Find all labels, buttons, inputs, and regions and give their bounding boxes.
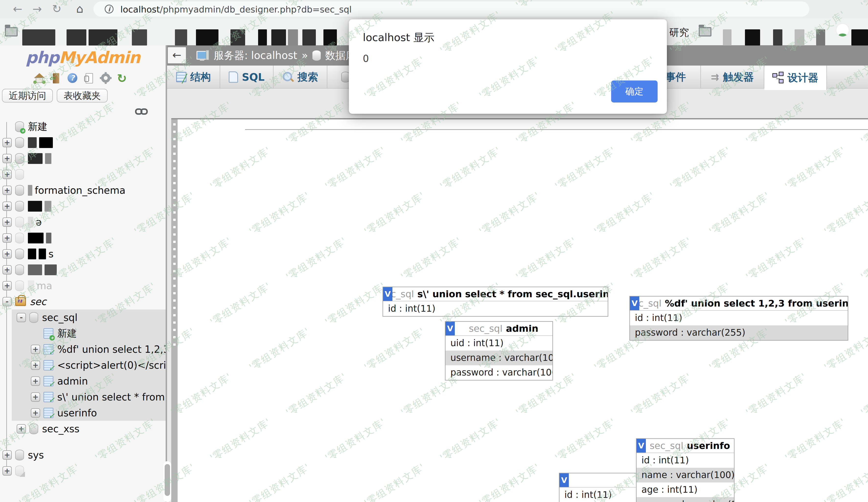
logout-door-icon[interactable]: ⇦	[50, 73, 62, 84]
table-column[interactable]: username : varchar(100)	[445, 350, 552, 365]
redacted-bookmark[interactable]	[745, 29, 760, 45]
back-icon[interactable]: ←	[10, 1, 25, 16]
redacted-bookmark[interactable]	[288, 29, 298, 45]
bookmarks-folder-icon[interactable]	[699, 27, 711, 37]
table-column[interactable]: age : int(11)	[637, 482, 734, 497]
redacted-bookmark[interactable]	[258, 29, 267, 45]
tab-sql[interactable]: SQL	[220, 65, 273, 89]
collapse-icon[interactable]: -	[17, 313, 26, 322]
forward-icon[interactable]: →	[30, 1, 44, 16]
redacted-bookmark[interactable]	[773, 29, 782, 45]
table-header[interactable]: Vsec_sql%df' union select 1,2,3 from use…	[630, 297, 848, 311]
collapse-arrow-icon[interactable]: V	[559, 473, 569, 487]
collapse-icon[interactable]: -	[2, 297, 12, 306]
table-column[interactable]: password : varchar(255)	[630, 325, 848, 340]
expand-icon[interactable]: +	[2, 186, 12, 195]
home-icon[interactable]: ⌂	[72, 1, 87, 16]
expand-icon[interactable]: +	[31, 408, 40, 418]
redacted-bookmark[interactable]	[230, 29, 245, 45]
designer-table-admin[interactable]: Vsec_sqladminuid : int(11)username : var…	[445, 321, 553, 380]
favorite-tables-button[interactable]: 表收藏夹	[57, 89, 108, 103]
table-column[interactable]: id : int(11)	[383, 301, 608, 316]
settings-gear-icon[interactable]	[100, 73, 112, 84]
expand-icon[interactable]: +	[2, 170, 12, 179]
tree-item--df-union-select-1-2-3-fr[interactable]: +%df' union select 1,2,3 fr	[0, 341, 166, 357]
table-header[interactable]: Vsec_sqls\' union select * from sec_sql.…	[383, 287, 608, 301]
dialog-ok-button[interactable]: 确定	[611, 81, 658, 103]
redacted-bookmark[interactable]	[816, 29, 825, 45]
tree-item-s-union-select-from-s[interactable]: +s\' union select * from s	[0, 389, 166, 405]
tree-item-sec-sql[interactable]: -sec_sql	[0, 309, 166, 325]
reload-icon[interactable]: ↻	[49, 1, 64, 16]
collapse-arrow-icon[interactable]: V	[630, 297, 639, 310]
redacted-bookmark[interactable]	[323, 29, 337, 45]
scrollbar-thumb[interactable]	[165, 464, 170, 496]
tab-designer[interactable]: 设计器	[764, 65, 827, 90]
table-header[interactable]: Vsec_sqluserinfo	[637, 439, 734, 453]
expand-icon[interactable]: +	[2, 202, 12, 211]
expand-icon[interactable]: +	[2, 450, 12, 460]
redacted-bookmark[interactable]	[795, 29, 804, 45]
tree-item-formation-schema[interactable]: +formation_schema	[0, 182, 166, 198]
expand-icon[interactable]: +	[2, 233, 12, 243]
help-icon[interactable]: ?	[67, 73, 78, 84]
tree-item-s[interactable]: +s	[0, 246, 166, 262]
tree-item-redacted[interactable]: +	[0, 230, 166, 246]
home-icon[interactable]	[34, 73, 45, 84]
table-column[interactable]: id : int(11)	[637, 453, 734, 468]
tab-search[interactable]: 搜索	[273, 65, 327, 89]
tree-item-redacted[interactable]: +	[0, 135, 166, 151]
profile-avatar[interactable]	[836, 24, 849, 37]
table-column[interactable]: uid : int(11)	[445, 336, 552, 350]
address-bar[interactable]: i localhost/phpmyadmin/db_designer.php?d…	[93, 1, 809, 17]
expand-icon[interactable]: +	[31, 377, 40, 386]
redacted-bookmark[interactable]	[66, 29, 86, 45]
expand-icon[interactable]: +	[2, 466, 12, 475]
unlink-panel-icon[interactable]	[135, 109, 148, 115]
tree-item-redacted[interactable]: +	[0, 166, 166, 182]
table-column[interactable]: id : int(11)	[630, 311, 848, 325]
expand-icon[interactable]: +	[2, 154, 12, 163]
tree-item--[interactable]: +ə	[0, 214, 166, 230]
redacted-bookmark[interactable]	[302, 29, 316, 45]
tree-item-redacted[interactable]: +	[0, 151, 166, 166]
tree-item-ma[interactable]: +ma	[0, 278, 166, 294]
collapse-arrow-icon[interactable]: V	[383, 287, 392, 301]
redacted-bookmark[interactable]	[22, 29, 55, 45]
expand-icon[interactable]: +	[31, 345, 40, 354]
expand-icon[interactable]: +	[17, 424, 26, 433]
tree-item-redacted[interactable]: +	[0, 463, 166, 479]
collapse-arrow-icon[interactable]: V	[445, 322, 455, 335]
tab-triggers[interactable]: ⇉ 触发器	[701, 65, 764, 89]
redacted-bookmark[interactable]	[132, 29, 147, 45]
tree-item-redacted[interactable]: +	[0, 262, 166, 278]
table-column[interactable]: password : varchar(100)	[445, 365, 552, 380]
tree-item--script-alert-0-script-[interactable]: +<script>alert(0)</script>	[0, 357, 166, 373]
designer-table--df-union-select-1-2-3-from-userinfo[interactable]: Vsec_sql%df' union select 1,2,3 from use…	[629, 296, 848, 340]
redacted-bookmark[interactable]	[196, 29, 218, 45]
expand-icon[interactable]: +	[31, 361, 40, 370]
sidebar-scrollbar[interactable]	[163, 461, 171, 502]
tab-structure[interactable]: 结构	[167, 65, 220, 89]
site-info-icon[interactable]: i	[105, 4, 114, 13]
redacted-bookmark[interactable]	[89, 29, 117, 45]
tree-item-admin[interactable]: +admin	[0, 373, 166, 389]
designer-side-menu[interactable]	[171, 119, 178, 502]
tree-item-sec-xss[interactable]: +sec_xss	[0, 421, 166, 437]
tree-item-sec[interactable]: -sec	[0, 294, 166, 309]
recent-tables-button[interactable]: 近期访问	[2, 89, 53, 103]
expand-icon[interactable]: +	[2, 217, 12, 227]
redacted-bookmark[interactable]	[175, 29, 187, 45]
expand-icon[interactable]: +	[31, 392, 40, 402]
expand-icon[interactable]: +	[2, 138, 12, 147]
tree-item-redacted[interactable]: +	[0, 198, 166, 214]
tree-item--[interactable]: +新建	[0, 119, 166, 135]
expand-icon[interactable]: +	[2, 265, 12, 275]
tree-item-sys[interactable]: +sys	[0, 447, 166, 463]
expand-icon[interactable]: +	[2, 281, 12, 290]
redacted-bookmark[interactable]	[723, 29, 732, 45]
breadcrumb-server[interactable]: 服务器: localhost	[214, 49, 297, 62]
documentation-icon[interactable]	[84, 73, 95, 84]
redacted-bookmark[interactable]	[271, 29, 286, 45]
designer-table-s-union-select-from-sec-sql-userinfo[interactable]: Vsec_sqls\' union select * from sec_sql.…	[383, 287, 608, 317]
